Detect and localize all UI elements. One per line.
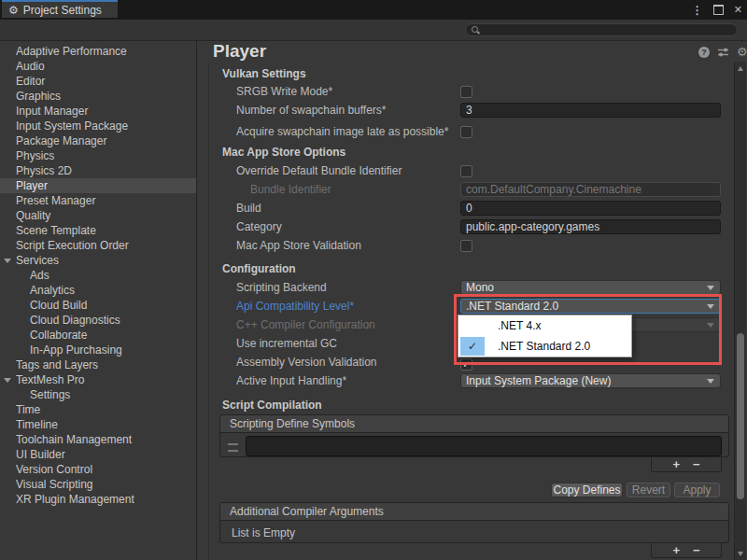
add-button[interactable]: + [672,459,680,470]
sidebar-item-analytics[interactable]: Analytics [0,283,196,298]
define-symbol-input[interactable] [246,436,722,456]
swapchain-buffers-field[interactable]: 3 [460,103,721,118]
acquire-swapchain-checkbox[interactable] [460,126,472,138]
category-label: Category [236,220,282,233]
chevron-down-icon [707,286,714,290]
sidebar-item-script-execution-order[interactable]: Script Execution Order [0,238,196,253]
sidebar-item-time[interactable]: Time [0,402,196,417]
sidebar-item-textmesh-pro[interactable]: TextMesh Pro [0,372,196,387]
mac-validation-checkbox[interactable] [460,240,472,252]
active-input-handling-dropdown[interactable]: Input System Package (New) [460,373,721,388]
apply-button[interactable]: Apply [674,483,720,497]
add-button[interactable]: + [672,545,680,556]
additional-compiler-arguments-title: Additional Compiler Arguments [220,503,728,521]
bundle-identifier-label: Bundle Identifier [250,183,331,196]
gear-icon: ⚙ [8,5,19,16]
search-input[interactable] [465,23,738,36]
scripting-backend-dropdown[interactable]: Mono [460,280,721,295]
sidebar-item-adaptive-performance[interactable]: Adaptive Performance [0,44,196,59]
scroll-down-icon[interactable] [738,552,743,556]
scripting-backend-label: Scripting Backend [236,281,327,294]
maximize-icon[interactable] [713,5,724,15]
project-settings-window: ⚙ Project Settings ⋮ ✕ Adaptive Performa… [0,0,747,560]
foldout-arrow-icon[interactable] [4,259,11,263]
bundle-identifier-field: com.DefaultCompany.Cinemachine [460,182,721,197]
scrollview-edge [208,63,209,560]
revert-button[interactable]: Revert [627,483,670,497]
sidebar-item-visual-scripting[interactable]: Visual Scripting [0,477,196,492]
tab-project-settings[interactable]: ⚙ Project Settings [2,0,118,18]
gear-icon[interactable]: ⚙ [737,46,747,58]
build-label: Build [236,202,261,215]
category-field[interactable]: public.app-category.games [460,219,721,234]
window-menu-icon[interactable]: ⋮ [692,4,703,17]
sidebar-item-physics[interactable]: Physics [0,148,196,163]
mac-app-store-header: Mac App Store Options [222,146,345,159]
tab-title: Project Settings [23,4,102,17]
sidebar-item-preset-manager[interactable]: Preset Manager [0,193,196,208]
remove-button[interactable]: − [693,459,700,470]
sidebar-item-graphics[interactable]: Graphics [0,89,196,104]
sidebar-item-timeline[interactable]: Timeline [0,417,196,432]
sidebar-item-physics-2d[interactable]: Physics 2D [0,163,196,178]
vertical-scrollbar[interactable] [734,62,746,560]
assembly-validation-label: Assembly Version Validation [236,356,377,369]
close-icon[interactable]: ✕ [734,4,742,16]
srgb-write-mode-checkbox[interactable] [460,86,472,98]
help-icon[interactable]: ? [698,47,710,58]
vulkan-settings-header: Vulkan Settings [222,67,306,80]
api-compatibility-dropdown[interactable]: .NET Standard 2.0 [460,299,721,314]
configuration-header: Configuration [222,262,296,275]
sidebar-item-scene-template[interactable]: Scene Template [0,223,196,238]
sidebar-item-player[interactable]: Player [0,178,196,193]
sidebar-item-cloud-build[interactable]: Cloud Build [0,298,196,313]
title-bar: ⚙ Project Settings ⋮ ✕ [0,0,747,20]
sidebar-item-version-control[interactable]: Version Control [0,462,196,477]
sidebar-item-services[interactable]: Services [0,253,196,268]
srgb-write-mode-label: SRGB Write Mode* [236,85,332,98]
sidebar-item-ui-builder[interactable]: UI Builder [0,447,196,462]
assembly-validation-checkbox[interactable]: ✓ [460,358,472,371]
sidebar-item-input-system-package[interactable]: Input System Package [0,119,196,133]
sidebar-item-xr-plugin-management[interactable]: XR Plugin Management [0,492,196,507]
sidebar-item-tmp-settings[interactable]: Settings [0,387,196,402]
search-icon [472,26,480,35]
remove-button[interactable]: − [693,545,700,556]
sidebar-item-editor[interactable]: Editor [0,74,196,89]
cpp-compiler-config-label: C++ Compiler Configuration [236,318,375,331]
presets-icon[interactable] [717,47,729,58]
sidebar-item-toolchain-management[interactable]: Toolchain Management [0,432,196,447]
scrollbar-thumb[interactable] [737,333,744,499]
sidebar-item-ads[interactable]: Ads [0,268,196,283]
build-field[interactable]: 0 [460,201,721,216]
scripting-define-symbols-title: Scripting Define Symbols [220,415,728,433]
scroll-up-icon[interactable] [738,66,743,71]
page-title: Player [213,41,266,62]
define-symbols-footer: + − [651,457,722,472]
additional-compiler-arguments-list: Additional Compiler Arguments List is Em… [219,502,729,543]
api-compatibility-popup: .NET 4.x ✓ .NET Standard 2.0 [458,315,632,357]
swapchain-buffers-label: Number of swapchain buffers* [236,104,387,117]
option-net-standard-20[interactable]: ✓ .NET Standard 2.0 [458,336,631,357]
sidebar-item-package-manager[interactable]: Package Manager [0,133,196,148]
check-icon: ✓ [460,337,485,356]
copy-defines-button[interactable]: Copy Defines [551,483,623,497]
drag-handle-icon[interactable] [228,443,238,452]
sidebar-item-input-manager[interactable]: Input Manager [0,104,196,119]
chevron-down-icon [707,304,714,309]
chevron-down-icon [707,379,714,384]
sidebar-item-collaborate[interactable]: Collaborate [0,328,196,343]
override-bundle-checkbox[interactable] [460,165,472,177]
sidebar-item-in-app-purchasing[interactable]: In-App Purchasing [0,343,196,357]
sidebar-item-audio[interactable]: Audio [0,59,196,74]
foldout-arrow-icon[interactable] [4,378,11,383]
incremental-gc-label: Use incremental GC [236,337,337,350]
acquire-swapchain-label: Acquire swapchain image late as possible… [236,125,448,138]
sidebar-item-tags-and-layers[interactable]: Tags and Layers [0,357,196,372]
sidebar-item-cloud-diagnostics[interactable]: Cloud Diagnostics [0,313,196,328]
list-empty-text: List is Empty [220,521,728,545]
option-net-4x[interactable]: .NET 4.x [458,315,631,336]
sidebar-item-quality[interactable]: Quality [0,208,196,223]
override-bundle-label: Override Default Bundle Identifier [236,164,402,177]
scripting-define-symbols-list: Scripting Define Symbols [219,414,729,457]
